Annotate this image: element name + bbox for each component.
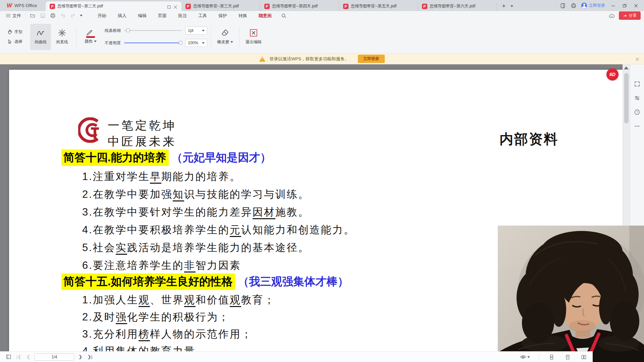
doc-line: 4.在教学中要积极培养学生的元认知能力和创造能力。	[82, 223, 355, 237]
tab-title: 思维导图带背--第四天.pdf	[272, 3, 335, 9]
tab-close-icon[interactable]	[173, 4, 177, 8]
save-icon[interactable]	[40, 13, 46, 19]
share-button[interactable]: 分享	[619, 11, 641, 20]
floating-red-badge[interactable]: 6D	[606, 68, 619, 80]
wps-window: W WPS Office P思维导图带背--第二天.pdfP思维导图带背--第三…	[0, 0, 644, 362]
scroll-up-icon[interactable]	[624, 66, 629, 69]
share-arrow-icon	[623, 14, 627, 18]
wps-w-icon: W	[7, 2, 12, 9]
help-icon[interactable]: ?	[634, 109, 641, 115]
draw-line-label: 画直线	[56, 39, 68, 45]
document-tab-2[interactable]: P思维导图带背--第三天.pdf	[181, 1, 260, 11]
notification-login-button[interactable]: 立即登录	[358, 55, 385, 63]
close-button[interactable]	[633, 2, 639, 9]
doc-line: 1.加强人生观、世界观和价值观教育；	[82, 293, 275, 307]
more-options-icon[interactable]	[634, 123, 641, 129]
chevron-down-icon	[202, 30, 205, 32]
menu-item-6[interactable]: 工具	[193, 11, 213, 20]
print-icon[interactable]	[50, 13, 56, 19]
open-folder-icon[interactable]	[30, 13, 36, 19]
app-name: WPS Office	[14, 3, 37, 8]
drawing-toolbar: 手型 选择 画曲线 画直线	[0, 20, 644, 54]
qat-chevron-icon[interactable]	[80, 15, 83, 16]
previous-page-button[interactable]: ❮	[25, 354, 31, 359]
redo-icon[interactable]	[70, 13, 76, 19]
restore-button[interactable]	[621, 2, 628, 9]
menu-item-2[interactable]: 插入	[112, 11, 132, 20]
opacity-value: 100%	[188, 41, 198, 45]
file-menu-button[interactable]: 文件	[0, 13, 26, 19]
menu-item-5[interactable]: 批注	[172, 11, 193, 20]
tab-title: 思维导图带背--第二天.pdf	[57, 3, 165, 9]
thickness-dropdown[interactable]: 1pt	[185, 26, 207, 35]
chevron-down-icon	[230, 41, 233, 43]
pdf-file-icon: P	[422, 4, 427, 9]
document-tab-3[interactable]: P思维导图带背--第四天.pdf	[260, 1, 339, 11]
login-notification-bar: 登录以激活WPS，获取更多功能和服务。 立即登录	[0, 54, 644, 64]
draw-line-button[interactable]: 画直线	[52, 24, 72, 50]
menu-item-1[interactable]: 开始	[92, 11, 112, 20]
brand-slogan: 一笔定乾坤 中匠展未来	[108, 117, 176, 149]
globe-icon[interactable]	[571, 3, 577, 9]
svg-text:?: ?	[636, 111, 638, 114]
notification-close-icon[interactable]	[635, 57, 640, 61]
select-tool-button[interactable]: 选择	[5, 38, 25, 46]
thickness-label: 线条粗细	[103, 28, 121, 34]
page-navigation: |❮ ❮ ❯ ❯|	[0, 353, 93, 361]
opacity-slider[interactable]	[124, 43, 182, 43]
first-page-button[interactable]: |❮	[15, 354, 22, 359]
curve-icon	[36, 28, 45, 37]
opacity-slider-knob[interactable]	[179, 41, 182, 45]
tab-list-chevron[interactable]	[509, 2, 515, 10]
doc-line: 4.利用集体的教育力量	[82, 344, 196, 352]
settings-sliders-icon[interactable]	[634, 95, 641, 101]
undo-icon[interactable]	[60, 13, 66, 19]
page-indicator-input[interactable]	[35, 353, 74, 361]
fit-window-icon[interactable]	[634, 80, 641, 87]
document-tab-1[interactable]: P思维导图带背--第二天.pdf	[46, 1, 181, 11]
exit-edit-label: 退出编辑	[246, 39, 262, 45]
cloud-sync-icon[interactable]	[609, 13, 615, 19]
next-page-button[interactable]: ❯	[77, 354, 83, 359]
exit-edit-button[interactable]: 退出编辑	[243, 24, 264, 50]
draw-curve-label: 画曲线	[35, 39, 47, 45]
eraser-label: 橡皮擦	[217, 39, 233, 45]
two-page-view-icon[interactable]	[580, 353, 587, 361]
scrollbar-thumb[interactable]	[624, 73, 629, 123]
doc-line: 5.社会实践活动是培养学生能力的基本途径。	[82, 241, 310, 255]
doc-line: 2.在教学中要加强知识与技能的学习与训练。	[82, 187, 310, 201]
hand-tool-button[interactable]: 手型	[5, 28, 25, 36]
chevron-down-icon	[527, 356, 530, 358]
minimize-button[interactable]	[610, 2, 616, 9]
thickness-slider[interactable]	[124, 30, 182, 31]
menu-item-8[interactable]: 转换	[233, 11, 253, 20]
draw-curve-button[interactable]: 画曲线	[30, 24, 51, 50]
continuous-view-icon[interactable]	[548, 353, 555, 361]
last-page-button[interactable]: ❯|	[87, 354, 93, 359]
opacity-dropdown[interactable]: 100%	[185, 39, 207, 47]
read-mode-eye-icon[interactable]	[520, 353, 530, 361]
document-tab-5[interactable]: P思维导图带背--第六天.pdf	[418, 1, 497, 11]
menu-item-9[interactable]: 随意画	[253, 11, 277, 20]
titlebar: W WPS Office P思维导图带背--第二天.pdfP思维导图带背--第三…	[0, 0, 644, 11]
doc-line: 6.要注意培养学生的非智力因素	[82, 258, 241, 273]
eraser-button[interactable]: 橡皮擦	[215, 24, 235, 50]
thickness-slider-knob[interactable]	[126, 28, 130, 32]
share-label: 分享	[629, 13, 637, 18]
chevron-down-icon	[94, 41, 97, 42]
menu-item-4[interactable]: 页面	[152, 11, 172, 20]
heading-highlight: 简答十四.能力的培养	[61, 149, 169, 166]
new-tab-button[interactable]: +	[499, 2, 508, 10]
search-icon[interactable]	[281, 13, 287, 19]
document-tab-4[interactable]: P思维导图带背--第五天.pdf	[339, 1, 418, 11]
login-button[interactable]: 立即登录	[581, 3, 605, 8]
thumbnail-panel-icon[interactable]	[5, 353, 12, 361]
sidebar-panel-icon[interactable]	[560, 3, 566, 9]
wps-logo[interactable]: W WPS Office	[0, 0, 46, 11]
menu-item-7[interactable]: 保护	[213, 11, 233, 20]
menu-item-3[interactable]: 编辑	[132, 11, 152, 20]
single-page-view-icon[interactable]	[564, 353, 571, 361]
tab-detach-icon[interactable]	[167, 4, 171, 8]
opacity-label: 不透明度	[103, 40, 121, 46]
color-button[interactable]: 颜色	[80, 24, 101, 50]
